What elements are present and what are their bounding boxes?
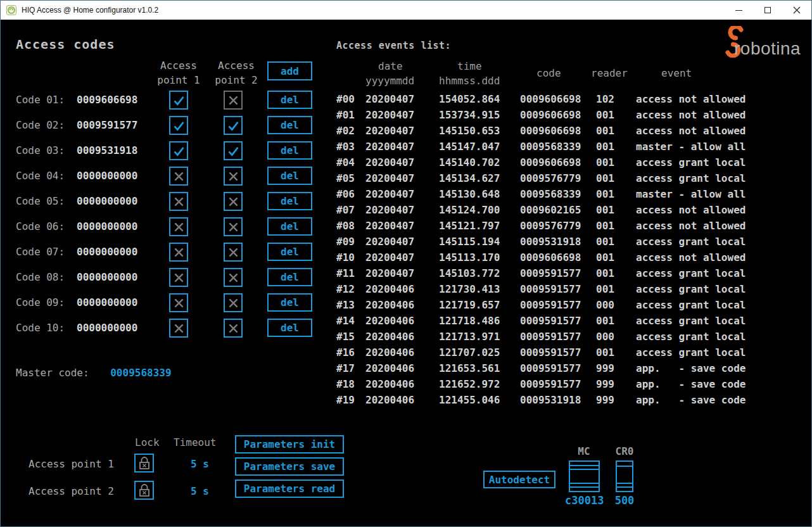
access-point-2-checkbox[interactable]: [224, 91, 243, 110]
code-value[interactable]: 0000000000: [77, 296, 137, 308]
event-date: 20200406: [365, 281, 439, 297]
minimize-button[interactable]: [724, 1, 753, 20]
event-reader: 001: [596, 170, 636, 186]
del-button[interactable]: del: [267, 268, 312, 286]
access-point-1-checkbox[interactable]: [169, 268, 188, 287]
access-point-2-checkbox[interactable]: [224, 167, 243, 186]
maximize-button[interactable]: [753, 1, 782, 20]
code-value[interactable]: 0000000000: [77, 322, 137, 334]
del-button[interactable]: del: [267, 91, 312, 109]
del-button[interactable]: del: [267, 192, 312, 210]
access-point-1-timeout[interactable]: 5 s: [191, 458, 209, 470]
add-button[interactable]: add: [267, 61, 312, 80]
code-value[interactable]: 0000000000: [77, 271, 137, 283]
code-value[interactable]: 0009531918: [77, 144, 137, 156]
parameters-init-button[interactable]: Parameters init: [235, 435, 344, 454]
robotina-logo: robotina: [721, 26, 811, 61]
master-code-row: Master code: 0009568339: [16, 367, 172, 379]
autodetect-button[interactable]: Autodetect: [483, 471, 555, 488]
access-point-1-checkbox[interactable]: [169, 293, 188, 312]
event-row: #02 20200407 145150.653 0009606698 001 a…: [336, 123, 767, 139]
access-point-2-checkbox[interactable]: [224, 141, 243, 160]
event-description: access grant local: [636, 170, 767, 186]
event-description: app. - save code: [636, 376, 767, 392]
event-code: 0009531918: [520, 234, 596, 250]
event-date: 20200407: [365, 234, 439, 250]
code-value[interactable]: 0000000000: [77, 246, 137, 258]
cross-icon: [172, 220, 186, 234]
access-point-2-checkbox[interactable]: [224, 319, 243, 338]
access-point-1-checkbox[interactable]: [169, 167, 188, 186]
event-code: 0009591577: [520, 360, 596, 376]
event-description: access grant local: [636, 155, 767, 170]
event-description: app. - save code: [636, 360, 767, 376]
code-value[interactable]: 0000000000: [77, 170, 137, 182]
event-description: master - allow all: [636, 139, 767, 155]
del-button[interactable]: del: [267, 141, 312, 160]
event-index: #19: [336, 392, 365, 408]
access-point-2-checkbox[interactable]: [224, 293, 243, 312]
access-point-1-checkbox[interactable]: [169, 116, 188, 135]
event-time: 121719.657: [439, 297, 520, 313]
access-point-1-lock-checkbox[interactable]: [134, 454, 154, 473]
cross-icon: [227, 94, 240, 107]
event-date: 20200407: [365, 218, 439, 234]
event-index: #11: [336, 265, 365, 281]
event-row: #12 20200406 121730.413 0009591577 001 a…: [336, 281, 767, 297]
access-point-2-checkbox[interactable]: [224, 116, 243, 135]
minimize-icon: [735, 10, 742, 11]
event-row: #16 20200406 121707.025 0009591577 001 a…: [336, 345, 767, 360]
access-point-2-column-header: Access point 2: [205, 58, 268, 87]
event-description: master - allow all: [636, 186, 767, 202]
event-description: access not allowed: [636, 91, 767, 107]
access-point-2-lock-checkbox[interactable]: [134, 481, 154, 500]
master-code-value[interactable]: 0009568339: [110, 367, 171, 379]
access-point-1-checkbox[interactable]: [169, 319, 188, 338]
parameters-save-button[interactable]: Parameters save: [235, 457, 344, 476]
app-window: HIQ Access @ Home configurator v1.0.2 ro…: [0, 0, 812, 527]
del-button[interactable]: del: [267, 243, 312, 261]
parameters-read-button[interactable]: Parameters read: [235, 479, 344, 498]
access-point-2-checkbox[interactable]: [224, 192, 243, 211]
access-point-1-checkbox[interactable]: [169, 243, 188, 262]
event-description: access not allowed: [636, 218, 767, 234]
access-point-1-checkbox[interactable]: [169, 91, 188, 110]
code-value[interactable]: 0009606698: [77, 94, 137, 106]
event-date: 20200406: [365, 329, 439, 345]
code-row: Code 09: 0000000000 del: [1, 290, 324, 315]
event-reader: 001: [596, 313, 636, 329]
event-date: 20200406: [365, 313, 439, 329]
event-time: 121652.972: [439, 376, 520, 392]
del-button[interactable]: del: [267, 217, 312, 236]
del-button[interactable]: del: [267, 167, 312, 185]
cross-icon: [227, 220, 240, 234]
access-point-2-checkbox[interactable]: [224, 243, 243, 262]
access-point-2-timeout[interactable]: 5 s: [191, 485, 209, 497]
event-reader: 001: [596, 250, 636, 265]
event-row: #07 20200407 145124.700 0009602165 001 a…: [336, 202, 767, 218]
event-index: #10: [336, 250, 365, 265]
close-button[interactable]: [782, 1, 811, 20]
del-button[interactable]: del: [267, 319, 312, 337]
access-point-1-checkbox[interactable]: [169, 192, 188, 211]
del-button[interactable]: del: [267, 293, 312, 312]
access-point-1-checkbox[interactable]: [169, 217, 188, 236]
code-value[interactable]: 0009591577: [77, 119, 137, 131]
robotina-logo-text: robotina: [734, 39, 801, 59]
code-label: Code 07:: [16, 246, 65, 258]
access-point-2-checkbox[interactable]: [224, 268, 243, 287]
del-button[interactable]: del: [267, 116, 312, 134]
event-code: 0009591577: [520, 281, 596, 297]
event-date: 20200407: [365, 91, 439, 107]
check-icon: [172, 94, 186, 107]
code-row: Code 03: 0009531918 del: [1, 138, 324, 163]
access-point-2-checkbox[interactable]: [224, 217, 243, 236]
access-point-1-checkbox[interactable]: [169, 141, 188, 160]
code-row: Code 10: 0000000000 del: [1, 315, 324, 341]
event-time: 121653.561: [439, 360, 520, 376]
event-reader: 001: [596, 123, 636, 139]
code-value[interactable]: 0000000000: [77, 220, 137, 232]
event-row: #17 20200406 121653.561 0009591577 999 a…: [336, 360, 767, 376]
event-time: 145147.047: [439, 139, 520, 155]
code-value[interactable]: 0000000000: [77, 195, 137, 207]
